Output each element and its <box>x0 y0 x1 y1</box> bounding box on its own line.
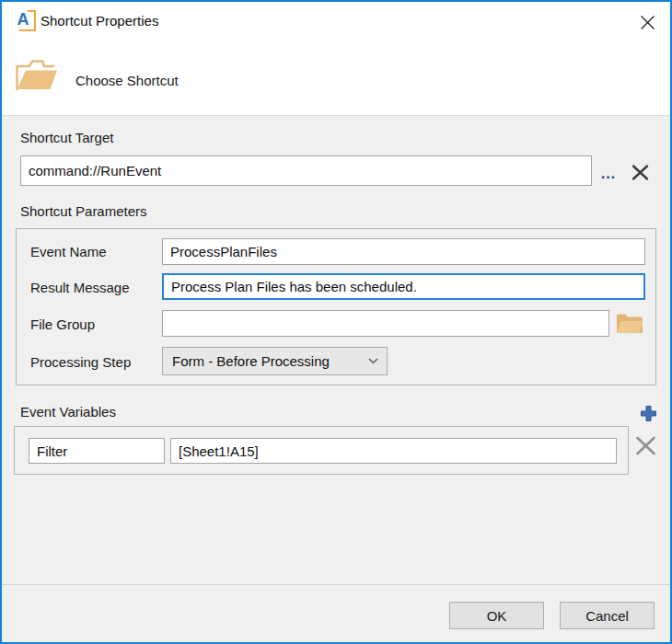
shortcut-parameters-groupbox: Event Name Result Message File Group Pro… <box>16 228 656 385</box>
event-variables-groupbox <box>14 426 629 475</box>
file-group-label: File Group <box>30 316 95 332</box>
event-name-label: Event Name <box>30 244 107 259</box>
shortcut-target-input[interactable] <box>20 155 592 186</box>
remove-variable-button[interactable] <box>631 431 659 459</box>
remove-variable-icon <box>635 435 656 456</box>
processing-step-label: Processing Step <box>30 354 131 370</box>
event-name-input[interactable] <box>162 238 645 265</box>
add-variable-button[interactable] <box>638 403 658 423</box>
clear-target-button[interactable] <box>627 160 653 184</box>
choose-shortcut-title: Choose Shortcut <box>75 73 179 88</box>
browse-target-button[interactable]: … <box>597 156 620 184</box>
chevron-down-icon <box>368 358 387 364</box>
open-folder-icon <box>15 58 59 96</box>
ok-button[interactable]: OK <box>449 602 544 629</box>
folder-icon <box>616 312 643 335</box>
footer-divider <box>2 584 670 585</box>
plus-icon <box>640 405 657 422</box>
cancel-button[interactable]: Cancel <box>560 602 655 629</box>
clear-target-icon <box>631 164 649 181</box>
processing-step-dropdown[interactable]: Form - Before Processing <box>162 347 388 375</box>
shortcut-parameters-label: Shortcut Parameters <box>20 203 147 219</box>
close-icon <box>640 15 655 30</box>
close-button[interactable] <box>635 10 659 34</box>
variable-name-input[interactable] <box>29 438 165 464</box>
result-message-input[interactable] <box>162 273 645 300</box>
shortcut-properties-dialog: A Shortcut Properties Choose Shortcut Sh… <box>0 0 672 644</box>
processing-step-value: Form - Before Processing <box>163 353 368 369</box>
file-group-browse-button[interactable] <box>615 311 644 336</box>
shortcut-target-label: Shortcut Target <box>20 130 113 145</box>
result-message-label: Result Message <box>30 280 130 295</box>
app-logo-icon: A <box>13 10 37 32</box>
variable-value-input[interactable] <box>170 438 617 464</box>
event-variables-label: Event Variables <box>20 404 116 420</box>
dialog-title: Shortcut Properties <box>41 13 158 29</box>
file-group-input[interactable] <box>162 310 609 337</box>
